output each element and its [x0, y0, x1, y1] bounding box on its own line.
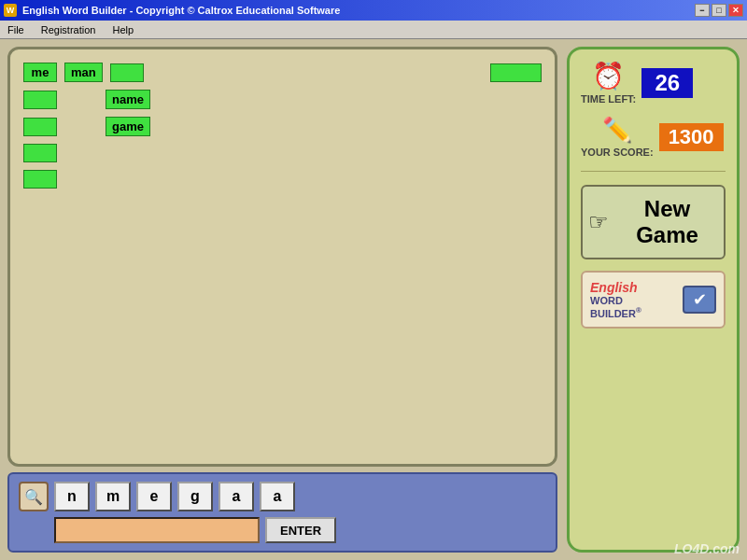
word-cell-empty-5a[interactable]	[23, 170, 57, 189]
letter-btn-m[interactable]: m	[95, 482, 131, 511]
letter-panel: 🔍 n m e g a a ENTER	[7, 472, 557, 553]
brand-english: English	[590, 280, 677, 295]
brand-text: English WORD BUILDER®	[590, 280, 677, 319]
word-row-3: game	[23, 117, 542, 136]
word-row-1: me man	[23, 63, 542, 82]
app-icon: W	[4, 4, 17, 17]
title-bar-buttons: − □ ✕	[695, 4, 743, 17]
word-row-4	[23, 144, 542, 162]
clock-icon: ⏰	[592, 61, 625, 91]
score-section: ✏️ YOUR SCORE: 1300	[581, 116, 726, 158]
word-cell-empty-1a[interactable]	[110, 63, 144, 82]
word-input[interactable]	[54, 517, 260, 543]
word-cell-name[interactable]: name	[106, 90, 150, 109]
word-cell-empty-3a[interactable]	[23, 118, 57, 136]
time-value: 26	[641, 68, 693, 98]
brand-section: English WORD BUILDER® ✔	[581, 271, 726, 329]
letter-btn-n[interactable]: n	[54, 482, 90, 511]
time-label: TIME LEFT:	[581, 93, 636, 105]
check-icon: ✔	[683, 286, 716, 314]
word-cell-me[interactable]: me	[23, 63, 57, 82]
letter-btn-a2[interactable]: a	[260, 482, 295, 511]
word-cell-empty-4a[interactable]	[23, 144, 57, 162]
separator	[581, 171, 726, 172]
window-title: English Word Builder - Copyright © Caltr…	[22, 5, 340, 16]
pencil-icon: ✏️	[602, 116, 632, 145]
letter-btn-g[interactable]: g	[177, 482, 213, 511]
right-panel: ⏰ TIME LEFT: 26 ✏️ YOUR SCORE: 1300 ☞ Ne…	[567, 47, 740, 553]
time-row: ⏰ TIME LEFT: 26	[581, 61, 726, 105]
magnify-button[interactable]: 🔍	[19, 482, 49, 511]
close-button[interactable]: ✕	[728, 4, 743, 17]
letter-btn-e[interactable]: e	[136, 482, 172, 511]
menu-registration[interactable]: Registration	[37, 22, 100, 37]
score-row: ✏️ YOUR SCORE: 1300	[581, 116, 726, 158]
magnify-icon: 🔍	[24, 488, 43, 506]
brand-word-builder: WORD BUILDER®	[590, 295, 677, 319]
letter-row-top: 🔍 n m e g a a	[19, 482, 546, 511]
enter-button[interactable]: ENTER	[265, 517, 336, 543]
word-grid-panel: me man name game	[7, 47, 557, 467]
menu-file[interactable]: File	[4, 22, 28, 37]
new-game-button[interactable]: ☞ New Game	[581, 185, 726, 259]
letter-row-bottom: ENTER	[19, 517, 546, 543]
finger-icon: ☞	[588, 209, 609, 235]
menu-help[interactable]: Help	[108, 22, 137, 37]
word-row-5	[23, 170, 542, 189]
maximize-button[interactable]: □	[712, 4, 726, 17]
word-row-2: name	[23, 90, 542, 109]
main-content: me man name game	[0, 39, 747, 560]
game-area: me man name game	[7, 47, 557, 553]
word-cell-man[interactable]: man	[64, 63, 103, 82]
word-cell-empty-1b[interactable]	[490, 63, 542, 82]
title-bar-left: W English Word Builder - Copyright © Cal…	[4, 4, 340, 17]
menu-bar: File Registration Help	[0, 21, 747, 39]
score-label: YOUR SCORE:	[581, 147, 654, 158]
word-cell-game[interactable]: game	[106, 117, 150, 136]
watermark: LO4D.com	[674, 541, 740, 556]
title-bar: W English Word Builder - Copyright © Cal…	[0, 0, 747, 21]
word-cell-empty-2a[interactable]	[23, 91, 57, 109]
new-game-label: New Game	[616, 196, 718, 248]
minimize-button[interactable]: −	[695, 4, 710, 17]
time-section: ⏰ TIME LEFT: 26	[581, 61, 726, 105]
score-value: 1300	[659, 123, 724, 151]
letter-btn-a1[interactable]: a	[218, 482, 254, 511]
